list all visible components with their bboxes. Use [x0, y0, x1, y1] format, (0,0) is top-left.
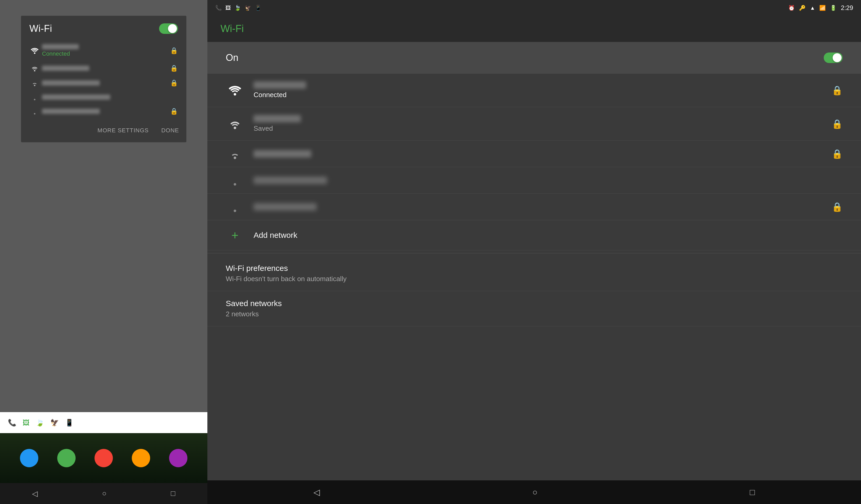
network-info [42, 66, 168, 71]
add-network-row[interactable]: + Add network [207, 220, 861, 250]
svg-point-1 [34, 70, 36, 71]
wifi-signal-icon [226, 149, 244, 159]
app-icon[interactable] [20, 449, 38, 467]
wifi-toggle-right[interactable] [824, 53, 843, 63]
leaf-icon: 🍃 [36, 419, 44, 427]
home-button[interactable]: ○ [102, 489, 107, 498]
wifi-signal-icon [226, 119, 244, 129]
network-info: Saved [254, 115, 832, 133]
add-icon: + [226, 228, 244, 242]
network-name-blurred [42, 66, 89, 71]
list-item[interactable]: 🔒 [207, 141, 861, 167]
bird-icon: 🦅 [51, 419, 59, 427]
lock-icon: 🔒 [832, 202, 843, 212]
network-info [42, 80, 168, 85]
left-panel: Wi-Fi Connected [0, 0, 207, 504]
wifi-signal-icon [29, 80, 40, 86]
settings-section: Wi-Fi preferences Wi-Fi doesn't turn bac… [207, 256, 861, 326]
network-status: Connected [42, 51, 168, 57]
quick-settings-dialog: Wi-Fi Connected [21, 16, 186, 142]
list-item[interactable]: 🔒 [25, 76, 182, 90]
wifi-signal-icon [226, 85, 244, 96]
wifi-network-list: Connected 🔒 Saved 🔒 [207, 73, 861, 250]
network-name-blurred [254, 177, 327, 184]
list-item[interactable]: Connected 🔒 [207, 73, 861, 107]
lock-icon: 🔒 [170, 65, 178, 72]
notification-bar: 📞 🖼 🍃 🦅 📱 [0, 412, 207, 433]
network-info [42, 95, 178, 100]
list-item[interactable]: 🔒 [25, 61, 182, 76]
wifi-signal-icon [29, 47, 40, 54]
qs-title: Wi-Fi [29, 23, 52, 34]
list-item[interactable] [25, 90, 182, 104]
network-name-blurred [42, 109, 100, 114]
back-button[interactable]: ◁ [32, 489, 38, 498]
right-panel: 📞 🖼 🍃 🦅 📱 ⏰ 🔑 ▲ 📶 🔋 2:29 Wi-Fi On [207, 0, 861, 504]
svg-point-7 [234, 156, 236, 159]
alarm-icon: ⏰ [788, 5, 795, 11]
voicemail-icon: 📞 [8, 419, 16, 427]
network-name-blurred [42, 44, 79, 49]
app-icon[interactable] [57, 449, 76, 467]
network-name-blurred [254, 203, 317, 210]
network-status-saved: Saved [254, 124, 832, 133]
home-screen-wallpaper [0, 433, 207, 483]
app-bar-title: Wi-Fi [220, 23, 244, 35]
recent-button[interactable]: □ [171, 489, 175, 498]
wifi-on-row[interactable]: On [207, 42, 861, 73]
settings-item-title: Saved networks [226, 299, 843, 308]
network-info [42, 109, 168, 114]
wifi-signal-icon [29, 108, 40, 114]
wifi-preferences-item[interactable]: Wi-Fi preferences Wi-Fi doesn't turn bac… [207, 256, 861, 291]
key-icon: 🔑 [799, 5, 806, 11]
app-icon[interactable] [95, 449, 113, 467]
list-item[interactable]: 🔒 [25, 104, 182, 119]
network-info [254, 203, 832, 210]
done-button[interactable]: DONE [160, 125, 180, 136]
status-left-icons: 📞 🖼 🍃 🦅 📱 [215, 5, 261, 11]
wifi-signal-icon [226, 175, 244, 186]
network-name-blurred [254, 81, 306, 89]
toggle-knob [168, 24, 177, 33]
bird-status-icon: 🦅 [245, 5, 251, 11]
more-settings-button[interactable]: MORE SETTINGS [96, 125, 150, 136]
spacer [207, 326, 861, 480]
list-item[interactable]: Connected 🔒 [25, 40, 182, 61]
app-icon[interactable] [169, 449, 188, 467]
svg-point-0 [34, 52, 36, 54]
network-name-blurred [42, 80, 100, 85]
svg-point-4 [34, 113, 36, 114]
qs-network-list: Connected 🔒 🔒 [21, 40, 186, 121]
list-item[interactable]: Saved 🔒 [207, 107, 861, 141]
phone-bottom-area: ◁ ○ □ [0, 433, 207, 504]
home-button[interactable]: ○ [532, 488, 537, 497]
recent-button[interactable]: □ [750, 488, 755, 497]
network-name-blurred [254, 150, 311, 158]
network-name-blurred [42, 95, 110, 100]
svg-point-8 [234, 183, 236, 186]
network-info [254, 177, 843, 184]
status-bar: 📞 🖼 🍃 🦅 📱 ⏰ 🔑 ▲ 📶 🔋 2:29 [207, 0, 861, 16]
lock-icon: 🔒 [832, 119, 843, 129]
app-icon[interactable] [132, 449, 150, 467]
status-right: ⏰ 🔑 ▲ 📶 🔋 2:29 [788, 4, 853, 12]
app-bar: Wi-Fi [207, 16, 861, 42]
network-info: Connected [42, 44, 168, 57]
svg-point-3 [34, 99, 36, 100]
list-item[interactable] [207, 167, 861, 194]
image-icon: 🖼 [23, 419, 29, 427]
battery-icon: 🔋 [830, 5, 837, 11]
list-item[interactable]: 🔒 [207, 194, 861, 220]
svg-point-5 [234, 93, 236, 96]
leaf-status-icon: 🍃 [234, 5, 241, 11]
lock-icon: 🔒 [832, 149, 843, 159]
network-info [254, 150, 832, 158]
wifi-toggle-left[interactable] [159, 23, 178, 34]
tablet-status-icon: 📱 [255, 5, 261, 11]
saved-networks-item[interactable]: Saved networks 2 networks [207, 291, 861, 326]
settings-item-title: Wi-Fi preferences [226, 264, 843, 273]
back-button[interactable]: ◁ [313, 487, 320, 497]
lock-icon: 🔒 [170, 108, 178, 115]
network-status-connected: Connected [254, 91, 832, 99]
toggle-knob-right [833, 53, 842, 62]
